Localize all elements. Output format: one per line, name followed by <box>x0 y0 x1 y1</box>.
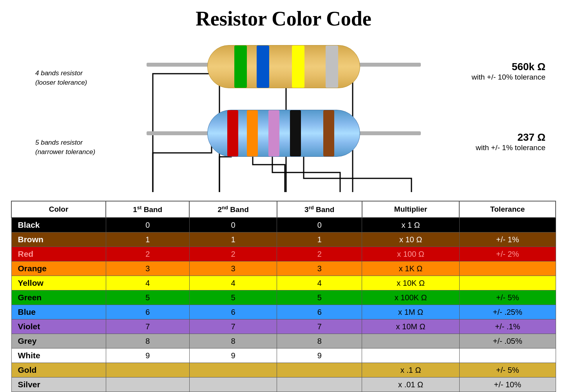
table-row: Blue666x 1M Ω+/- .25% <box>11 305 556 319</box>
data-cell: 3 <box>277 261 362 276</box>
band-4-1 <box>234 45 247 88</box>
table-row: Grey888+/- .05% <box>11 334 556 348</box>
lead-right-5band <box>356 131 421 135</box>
band-5-2 <box>247 110 258 156</box>
table-row: Black000x 1 Ω <box>11 218 556 232</box>
label-4band-type: 4 bands resistor (looser tolerance) <box>35 69 87 87</box>
data-cell: 4 <box>189 276 277 290</box>
color-code-table-wrapper: Color 1st Band 2nd Band 3rd Band Multipl… <box>11 201 556 392</box>
table-row: Orange333x 1K Ω <box>11 261 556 276</box>
data-cell: 8 <box>189 334 277 348</box>
data-cell: +/- .1% <box>459 319 556 334</box>
data-cell: 6 <box>189 305 277 319</box>
data-cell <box>189 377 277 392</box>
label-5band-value: 237 Ω with +/- 1% tolerance <box>476 131 545 152</box>
lead-right-4band <box>356 63 421 67</box>
table-row: White999 <box>11 348 556 363</box>
data-cell: +/- 1% <box>459 232 556 247</box>
table-row: Green555x 100K Ω+/- 5% <box>11 290 556 305</box>
data-cell: 9 <box>106 348 189 363</box>
data-cell: 5 <box>106 290 189 305</box>
data-cell: 2 <box>189 247 277 261</box>
data-cell: 6 <box>277 305 362 319</box>
col-header-color: Color <box>11 201 106 218</box>
color-name-cell: Black <box>11 218 106 232</box>
data-cell: x 100K Ω <box>362 290 460 305</box>
color-name-cell: White <box>11 348 106 363</box>
page-title: Resistor Color Code <box>0 0 567 34</box>
color-name-cell: Grey <box>11 334 106 348</box>
data-cell: 8 <box>277 334 362 348</box>
data-cell <box>459 348 556 363</box>
data-cell: x .1 Ω <box>362 363 460 377</box>
data-cell <box>362 334 460 348</box>
col-header-multiplier: Multiplier <box>362 201 460 218</box>
data-cell: 1 <box>189 232 277 247</box>
body-4band <box>207 45 360 88</box>
col-header-band3: 3rd Band <box>277 201 362 218</box>
data-cell: 9 <box>277 348 362 363</box>
table-row: Yellow444x 10K Ω <box>11 276 556 290</box>
data-cell <box>362 348 460 363</box>
data-cell: x 1 Ω <box>362 218 460 232</box>
resistor-5band <box>147 108 421 163</box>
data-cell: 4 <box>106 276 189 290</box>
color-name-cell: Violet <box>11 319 106 334</box>
data-cell: x 100 Ω <box>362 247 460 261</box>
table-row: Silverx .01 Ω+/- 10% <box>11 377 556 392</box>
lead-left-5band <box>147 131 211 135</box>
data-cell: 0 <box>277 218 362 232</box>
band-5-3 <box>268 110 279 156</box>
data-cell: x 1K Ω <box>362 261 460 276</box>
data-cell: 4 <box>277 276 362 290</box>
data-cell <box>459 276 556 290</box>
data-cell: 3 <box>106 261 189 276</box>
data-cell: 7 <box>106 319 189 334</box>
data-cell: 5 <box>189 290 277 305</box>
color-name-cell: Red <box>11 247 106 261</box>
band-4-2 <box>257 45 269 88</box>
data-cell <box>459 261 556 276</box>
color-name-cell: Brown <box>11 232 106 247</box>
table-row: Brown111x 10 Ω+/- 1% <box>11 232 556 247</box>
data-cell: +/- 2% <box>459 247 556 261</box>
data-cell: 1 <box>106 232 189 247</box>
lead-left-4band <box>147 63 211 67</box>
data-cell <box>106 363 189 377</box>
data-cell: x .01 Ω <box>362 377 460 392</box>
color-name-cell: Silver <box>11 377 106 392</box>
data-cell: +/- 10% <box>459 377 556 392</box>
data-cell: x 10M Ω <box>362 319 460 334</box>
data-cell: 1 <box>277 232 362 247</box>
table-row: Violet777x 10M Ω+/- .1% <box>11 319 556 334</box>
data-cell: 9 <box>189 348 277 363</box>
color-name-cell: Yellow <box>11 276 106 290</box>
data-cell: +/- .05% <box>459 334 556 348</box>
data-cell: x 10K Ω <box>362 276 460 290</box>
band-5-5 <box>323 110 334 156</box>
color-name-cell: Orange <box>11 261 106 276</box>
color-name-cell: Green <box>11 290 106 305</box>
data-cell: 7 <box>277 319 362 334</box>
table-row: Goldx .1 Ω+/- 5% <box>11 363 556 377</box>
data-cell: +/- 5% <box>459 363 556 377</box>
data-cell: 0 <box>106 218 189 232</box>
col-header-tolerance: Tolerance <box>459 201 556 218</box>
data-cell: 5 <box>277 290 362 305</box>
data-cell: x 1M Ω <box>362 305 460 319</box>
band-4-3 <box>292 45 304 88</box>
color-name-cell: Gold <box>11 363 106 377</box>
band-5-1 <box>227 110 238 156</box>
data-cell: 7 <box>189 319 277 334</box>
data-cell: x 10 Ω <box>362 232 460 247</box>
data-cell: 6 <box>106 305 189 319</box>
data-cell: 2 <box>106 247 189 261</box>
color-code-table: Color 1st Band 2nd Band 3rd Band Multipl… <box>11 201 556 392</box>
label-5band-type: 5 bands resistor (narrower tolerance) <box>35 138 95 157</box>
col-header-band1: 1st Band <box>106 201 189 218</box>
page: Resistor Color Code <box>0 0 567 392</box>
data-cell <box>277 363 362 377</box>
data-cell: +/- 5% <box>459 290 556 305</box>
body-5band <box>207 110 360 157</box>
data-cell: 8 <box>106 334 189 348</box>
